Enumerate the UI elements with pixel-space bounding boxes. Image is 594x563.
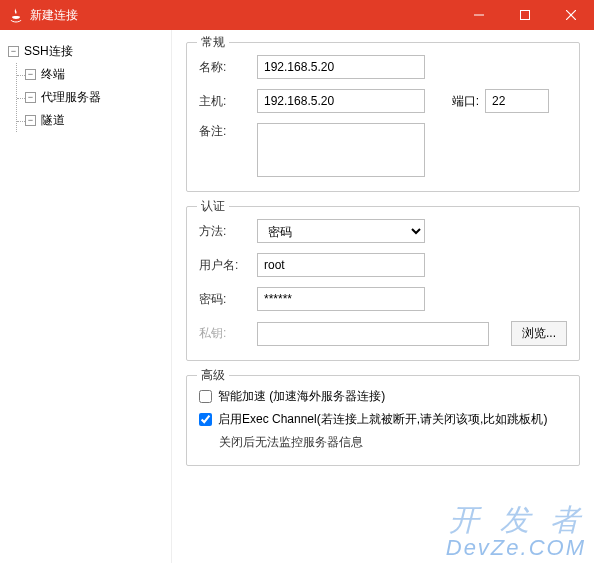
checkbox-label: 启用Exec Channel(若连接上就被断开,请关闭该项,比如跳板机): [218, 411, 547, 428]
titlebar: 新建连接: [0, 0, 594, 30]
checkbox-exec-channel-input[interactable]: [199, 413, 212, 426]
tree-item-tunnel[interactable]: − 隧道: [17, 109, 165, 132]
tree-label: 终端: [41, 66, 65, 83]
input-host[interactable]: [257, 89, 425, 113]
tree-item-terminal[interactable]: − 终端: [17, 63, 165, 86]
checkbox-smart-accel-input[interactable]: [199, 390, 212, 403]
close-button[interactable]: [548, 0, 594, 30]
label-key: 私钥:: [199, 325, 257, 342]
label-remark: 备注:: [199, 123, 257, 140]
collapse-icon[interactable]: −: [8, 46, 19, 57]
label-name: 名称:: [199, 59, 257, 76]
group-auth: 认证 方法: 密码 用户名: 密码: 私钥: 浏览...: [186, 206, 580, 361]
input-pass[interactable]: [257, 287, 425, 311]
tree-label: SSH连接: [24, 43, 73, 60]
browse-button[interactable]: 浏览...: [511, 321, 567, 346]
svg-rect-1: [521, 11, 530, 20]
window-title: 新建连接: [30, 7, 456, 24]
tree-item-proxy[interactable]: − 代理服务器: [17, 86, 165, 109]
checkbox-exec-channel[interactable]: 启用Exec Channel(若连接上就被断开,请关闭该项,比如跳板机): [199, 411, 567, 428]
group-general: 常规 名称: 主机: 端口: 备注:: [186, 42, 580, 192]
tree-label: 代理服务器: [41, 89, 101, 106]
label-port: 端口:: [435, 93, 479, 110]
maximize-button[interactable]: [502, 0, 548, 30]
sidebar-tree: − SSH连接 − 终端 − 代理服务器 − 隧道: [0, 30, 172, 563]
java-icon: [8, 7, 24, 23]
checkbox-smart-accel[interactable]: 智能加速 (加速海外服务器连接): [199, 388, 567, 405]
tree-label: 隧道: [41, 112, 65, 129]
minimize-button[interactable]: [456, 0, 502, 30]
main-panel: 常规 名称: 主机: 端口: 备注: 认证 方法: 密码: [172, 30, 594, 563]
window-controls: [456, 0, 594, 30]
checkbox-label: 智能加速 (加速海外服务器连接): [218, 388, 385, 405]
collapse-icon[interactable]: −: [25, 92, 36, 103]
input-port[interactable]: [485, 89, 549, 113]
input-user[interactable]: [257, 253, 425, 277]
collapse-icon[interactable]: −: [25, 115, 36, 126]
label-pass: 密码:: [199, 291, 257, 308]
input-key[interactable]: [257, 322, 489, 346]
select-method[interactable]: 密码: [257, 219, 425, 243]
input-remark[interactable]: [257, 123, 425, 177]
label-user: 用户名:: [199, 257, 257, 274]
exec-note: 关闭后无法监控服务器信息: [199, 434, 567, 451]
label-host: 主机:: [199, 93, 257, 110]
legend-auth: 认证: [197, 198, 229, 215]
group-advanced: 高级 智能加速 (加速海外服务器连接) 启用Exec Channel(若连接上就…: [186, 375, 580, 466]
legend-advanced: 高级: [197, 367, 229, 384]
input-name[interactable]: [257, 55, 425, 79]
tree-root-ssh[interactable]: − SSH连接: [6, 40, 165, 63]
collapse-icon[interactable]: −: [25, 69, 36, 80]
legend-general: 常规: [197, 34, 229, 51]
label-method: 方法:: [199, 223, 257, 240]
